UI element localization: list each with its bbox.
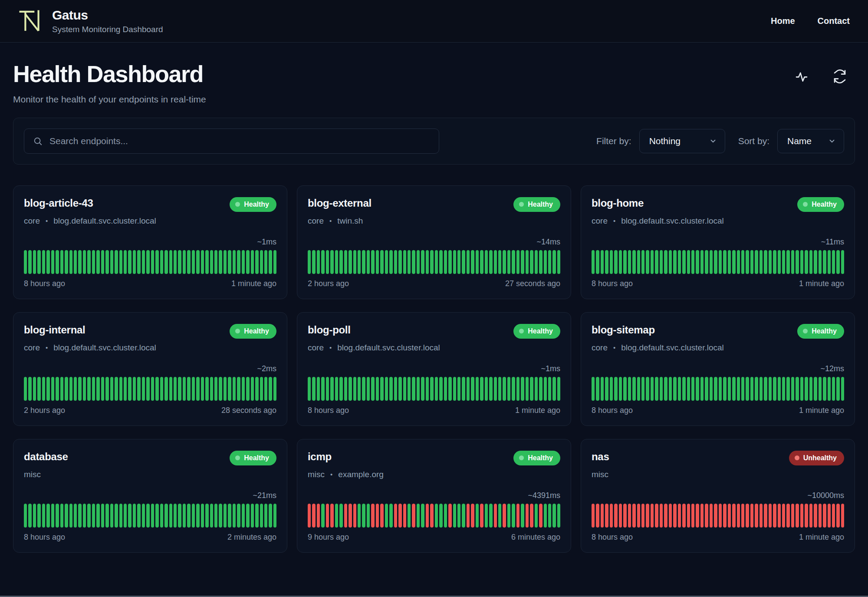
uptime-bar-success[interactable] <box>521 250 524 274</box>
refresh-icon[interactable] <box>832 69 847 84</box>
uptime-bar-success[interactable] <box>782 250 785 274</box>
uptime-bar-success[interactable] <box>115 504 118 528</box>
uptime-bar-success[interactable] <box>557 504 560 528</box>
uptime-bar-failure[interactable] <box>426 504 429 528</box>
uptime-bar-success[interactable] <box>146 250 149 274</box>
uptime-bar-success[interactable] <box>498 504 501 528</box>
uptime-bar-success[interactable] <box>269 504 272 528</box>
uptime-bar-success[interactable] <box>435 250 438 274</box>
uptime-bar-success[interactable] <box>110 377 113 401</box>
uptime-bar-success[interactable] <box>237 377 240 401</box>
uptime-bar-success[interactable] <box>367 504 370 528</box>
uptime-bar-success[interactable] <box>151 377 154 401</box>
uptime-bar-success[interactable] <box>69 504 72 528</box>
uptime-bar-success[interactable] <box>233 504 236 528</box>
uptime-bar-success[interactable] <box>421 504 424 528</box>
uptime-bar-success[interactable] <box>24 377 27 401</box>
uptime-bar-success[interactable] <box>146 377 149 401</box>
uptime-bar-success[interactable] <box>687 250 690 274</box>
uptime-bar-success[interactable] <box>214 250 217 274</box>
uptime-bar-success[interactable] <box>453 250 456 274</box>
uptime-bar-success[interactable] <box>237 250 240 274</box>
uptime-bar-success[interactable] <box>700 250 704 274</box>
uptime-bar-failure[interactable] <box>791 504 794 528</box>
uptime-bar-failure[interactable] <box>773 504 776 528</box>
uptime-bar-success[interactable] <box>485 377 488 401</box>
uptime-bar-success[interactable] <box>210 250 213 274</box>
uptime-bar-failure[interactable] <box>480 504 483 528</box>
uptime-bar-success[interactable] <box>421 377 424 401</box>
uptime-bar-success[interactable] <box>417 377 420 401</box>
uptime-bar-success[interactable] <box>746 250 749 274</box>
uptime-bar-failure[interactable] <box>719 504 722 528</box>
uptime-bar-failure[interactable] <box>769 504 772 528</box>
uptime-bar-success[interactable] <box>358 250 361 274</box>
uptime-bar-failure[interactable] <box>737 504 740 528</box>
uptime-bar-failure[interactable] <box>353 504 356 528</box>
uptime-bar-success[interactable] <box>151 250 154 274</box>
uptime-bar-success[interactable] <box>353 250 356 274</box>
uptime-bar-success[interactable] <box>160 377 163 401</box>
uptime-bar-success[interactable] <box>137 250 140 274</box>
uptime-bar-success[interactable] <box>507 377 510 401</box>
uptime-bar-success[interactable] <box>201 377 204 401</box>
uptime-bar-success[interactable] <box>637 250 640 274</box>
nav-home-link[interactable]: Home <box>771 16 795 26</box>
uptime-bar-success[interactable] <box>371 377 374 401</box>
uptime-bar-success[interactable] <box>552 377 556 401</box>
uptime-bar-success[interactable] <box>237 504 240 528</box>
uptime-bar-success[interactable] <box>714 377 717 401</box>
uptime-bar-success[interactable] <box>548 250 551 274</box>
uptime-bar-failure[interactable] <box>746 504 749 528</box>
uptime-bar-failure[interactable] <box>430 504 433 528</box>
uptime-bar-success[interactable] <box>224 504 227 528</box>
uptime-bar-success[interactable] <box>453 377 456 401</box>
uptime-bar-success[interactable] <box>669 250 672 274</box>
uptime-bar-success[interactable] <box>530 377 533 401</box>
uptime-bar-success[interactable] <box>832 377 835 401</box>
uptime-bar-success[interactable] <box>60 250 63 274</box>
uptime-bar-failure[interactable] <box>610 504 613 528</box>
endpoint-card[interactable]: blog-external Healthy core • twin.sh ~14… <box>297 185 571 299</box>
uptime-bar-failure[interactable] <box>471 504 474 528</box>
uptime-bar-success[interactable] <box>192 504 195 528</box>
uptime-bar-success[interactable] <box>778 250 781 274</box>
uptime-bar-failure[interactable] <box>809 504 812 528</box>
uptime-bar-success[interactable] <box>641 377 644 401</box>
uptime-bar-success[interactable] <box>183 504 186 528</box>
uptime-bar-success[interactable] <box>51 250 54 274</box>
uptime-bar-success[interactable] <box>521 377 524 401</box>
uptime-bar-success[interactable] <box>273 250 276 274</box>
uptime-bar-success[interactable] <box>142 250 145 274</box>
uptime-bar-success[interactable] <box>46 504 49 528</box>
uptime-bar-success[interactable] <box>769 377 772 401</box>
uptime-bar-success[interactable] <box>417 250 420 274</box>
uptime-bar-success[interactable] <box>841 250 844 274</box>
uptime-bar-failure[interactable] <box>819 504 822 528</box>
uptime-bar-success[interactable] <box>696 250 699 274</box>
uptime-bar-success[interactable] <box>467 250 470 274</box>
uptime-bar-success[interactable] <box>92 377 95 401</box>
uptime-bar-failure[interactable] <box>646 504 649 528</box>
uptime-bar-success[interactable] <box>476 377 479 401</box>
uptime-bar-success[interactable] <box>128 250 131 274</box>
uptime-bar-failure[interactable] <box>592 504 595 528</box>
uptime-bar-success[interactable] <box>398 250 401 274</box>
uptime-bar-success[interactable] <box>187 250 190 274</box>
uptime-bar-success[interactable] <box>444 504 447 528</box>
uptime-bar-success[interactable] <box>678 250 681 274</box>
uptime-bar-success[interactable] <box>705 377 708 401</box>
uptime-bar-success[interactable] <box>246 377 249 401</box>
uptime-bar-success[interactable] <box>507 504 510 528</box>
uptime-bar-success[interactable] <box>105 377 108 401</box>
uptime-bar-success[interactable] <box>321 504 324 528</box>
uptime-bar-success[interactable] <box>408 504 411 528</box>
uptime-bar-success[interactable] <box>641 250 644 274</box>
uptime-bar-success[interactable] <box>823 250 826 274</box>
uptime-bar-success[interactable] <box>637 377 640 401</box>
uptime-bar-success[interactable] <box>124 250 127 274</box>
uptime-bar-success[interactable] <box>646 377 649 401</box>
uptime-bar-success[interactable] <box>260 504 263 528</box>
uptime-bar-success[interactable] <box>183 377 186 401</box>
uptime-bar-success[interactable] <box>476 504 479 528</box>
